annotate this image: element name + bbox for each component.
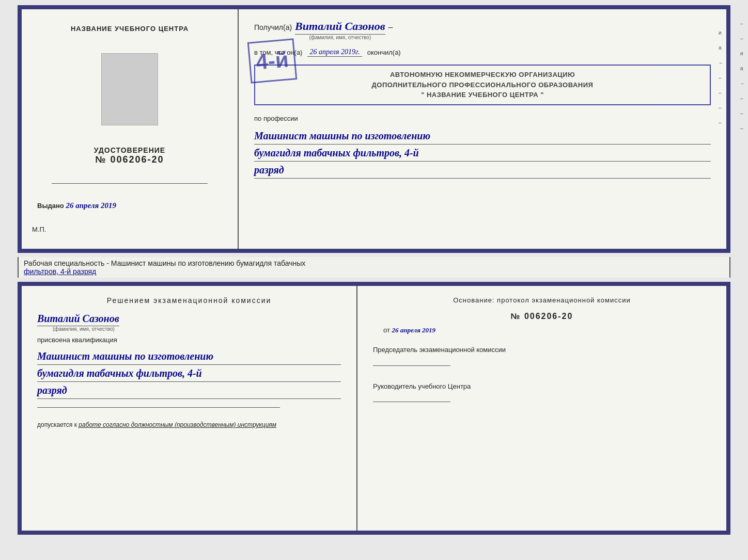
- cert-right-panel: Получил(а) Виталий Сазонов (фамилия, имя…: [239, 9, 726, 249]
- center-name-title: НАЗВАНИЕ УЧЕБНОГО ЦЕНТРА: [71, 25, 189, 33]
- chairman-sign-line: [373, 365, 450, 366]
- bmark-arrow: ←: [740, 81, 745, 86]
- middle-text-main: Рабочая специальность - Машинист машины …: [24, 259, 305, 267]
- decision-title: Решением экзаменационной комиссии: [37, 296, 341, 305]
- qual-line3: разряд: [37, 382, 341, 399]
- mp-label: М.П.: [32, 226, 46, 233]
- bottom-name-sublabel: (фамилия, имя, отчество): [37, 326, 115, 332]
- bottom-divider: [37, 407, 280, 408]
- bottom-right-panel: Основание: протокол экзаменационной коми…: [357, 286, 726, 531]
- bmark-dash3: –: [740, 95, 745, 101]
- bottom-name-block: Виталий Сазонов (фамилия, имя, отчество): [37, 313, 341, 332]
- org-line2: ДОПОЛНИТЕЛЬНОГО ПРОФЕССИОНАЛЬНОГО ОБРАЗО…: [263, 80, 702, 90]
- right-edge-marks: и а ← – – – –: [719, 30, 724, 125]
- poluchil-label: Получил(а): [254, 23, 292, 31]
- bmark-dash4: –: [740, 110, 745, 116]
- profession-line1: Машинист машины по изготовлению: [254, 127, 711, 145]
- profession-line3: разряд: [254, 162, 711, 179]
- middle-text-strip: Рабочая специальность - Машинист машины …: [18, 257, 730, 278]
- qual-line2: бумагидля табачных фильтров, 4-й: [37, 365, 341, 382]
- top-certificate: НАЗВАНИЕ УЧЕБНОГО ЦЕНТРА УДОСТОВЕРЕНИЕ №…: [18, 5, 730, 253]
- protocol-number: № 006206-20: [373, 312, 711, 321]
- org-block: АВТОНОМНУЮ НЕКОММЕРЧЕСКУЮ ОРГАНИЗАЦИЮ ДО…: [254, 65, 711, 105]
- name-sublabel: (фамилия, имя, отчество): [309, 35, 371, 40]
- vydano-label: Выдано: [37, 202, 64, 210]
- ot-date: 26 апреля 2019: [392, 326, 436, 334]
- chairman-block: Председатель экзаменационной комиссии: [373, 345, 711, 366]
- recipient-row: Получил(а) Виталий Сазонов (фамилия, имя…: [254, 20, 711, 40]
- mark-dash4: –: [719, 120, 724, 125]
- mark-i: и: [719, 30, 724, 36]
- bottom-recipient-name: Виталий Сазонов: [37, 313, 119, 326]
- bmark-dash5: –: [740, 125, 745, 131]
- date-row: в том, что он(а) 26 апреля 2019г. окончи…: [254, 48, 711, 57]
- profession-line2: бумагидля табачных фильтров, 4-й: [254, 145, 711, 162]
- dopusk-text: работе согласно должностным (производств…: [79, 421, 276, 428]
- divider-line: [52, 183, 208, 184]
- name-col: Виталий Сазонов (фамилия, имя, отчество): [295, 20, 385, 40]
- okonchil-label: окончил(а): [367, 49, 401, 56]
- po-professii-label: по профессии: [254, 115, 711, 122]
- middle-text-underlined: фильтров, 4-й разряд: [24, 267, 96, 276]
- bmark-dash2: –: [740, 36, 745, 41]
- org-line1: АВТОНОМНУЮ НЕКОММЕРЧЕСКУЮ ОРГАНИЗАЦИЮ: [263, 70, 702, 80]
- head-block: Руководитель учебного Центра: [373, 381, 711, 403]
- photo-placeholder: [101, 53, 158, 125]
- udostoverenie-block: УДОСТОВЕРЕНИЕ № 006206-20: [94, 146, 165, 165]
- bottom-left-panel: Решением экзаменационной комиссии Витали…: [22, 286, 357, 531]
- osnov-label: Основание: протокол экзаменационной коми…: [373, 296, 711, 304]
- dopuskaetsya-block: допускается к работе согласно должностны…: [37, 421, 341, 428]
- qual-line1: Машинист машины по изготовлению: [37, 348, 341, 365]
- qualification-block: Машинист машины по изготовлению бумагидл…: [37, 348, 341, 399]
- cert-left-panel: НАЗВАНИЕ УЧЕБНОГО ЦЕНТРА УДОСТОВЕРЕНИЕ №…: [22, 9, 239, 249]
- dash-top: –: [388, 23, 393, 32]
- mark-a: а: [719, 45, 724, 51]
- dopusk-prefix: допускается к: [37, 421, 77, 428]
- vydano-block: Выдано 26 апреля 2019: [37, 201, 116, 210]
- mark-dash2: –: [719, 90, 724, 95]
- protocol-date-row: от 26 апреля 2019: [373, 326, 711, 334]
- mark-arrow: ←: [719, 60, 724, 66]
- udostoverenie-label: УДОСТОВЕРЕНИЕ: [94, 146, 165, 154]
- mark-dash3: –: [719, 105, 724, 110]
- prisvoen-label: присвоена квалификация: [37, 336, 341, 344]
- profession-block: Машинист машины по изготовлению бумагидл…: [254, 127, 711, 179]
- bottom-right-edge-marks: – – и а ← – – –: [740, 21, 745, 131]
- head-sign-line: [373, 402, 450, 402]
- org-line3: " НАЗВАНИЕ УЧЕБНОГО ЦЕНТРА ": [263, 90, 702, 100]
- chairman-label: Председатель экзаменационной комиссии: [373, 345, 711, 355]
- cert-number: № 006206-20: [94, 154, 165, 165]
- head-label: Руководитель учебного Центра: [373, 381, 711, 392]
- completion-date: 26 апреля 2019г.: [307, 48, 362, 57]
- ot-label: от: [383, 326, 390, 334]
- recipient-name: Виталий Сазонов: [295, 20, 385, 35]
- bmark-a: а: [740, 66, 745, 71]
- bottom-certificate: Решением экзаменационной комиссии Витали…: [18, 282, 730, 535]
- bmark-i: и: [740, 51, 745, 56]
- bmark-dash1: –: [740, 21, 745, 26]
- mark-dash1: –: [719, 75, 724, 81]
- vydano-date: 26 апреля 2019: [66, 201, 116, 210]
